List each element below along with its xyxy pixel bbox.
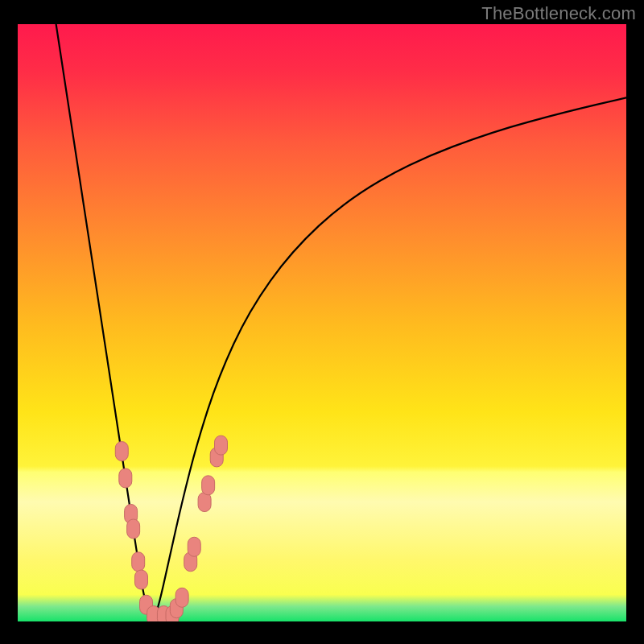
marker-group: [115, 436, 227, 621]
data-marker: [188, 537, 200, 556]
data-marker: [115, 442, 128, 461]
plot-frame: [18, 24, 626, 644]
watermark-text: TheBottleneck.com: [481, 3, 636, 24]
data-marker: [127, 519, 140, 539]
data-marker: [119, 469, 132, 488]
data-marker: [215, 436, 228, 455]
data-marker: [175, 588, 188, 607]
data-marker: [202, 476, 215, 495]
data-marker: [132, 552, 145, 572]
plot-area: [18, 24, 626, 621]
data-marker: [134, 570, 147, 589]
curve-right-branch: [155, 97, 626, 618]
curve-layer: [18, 24, 626, 621]
